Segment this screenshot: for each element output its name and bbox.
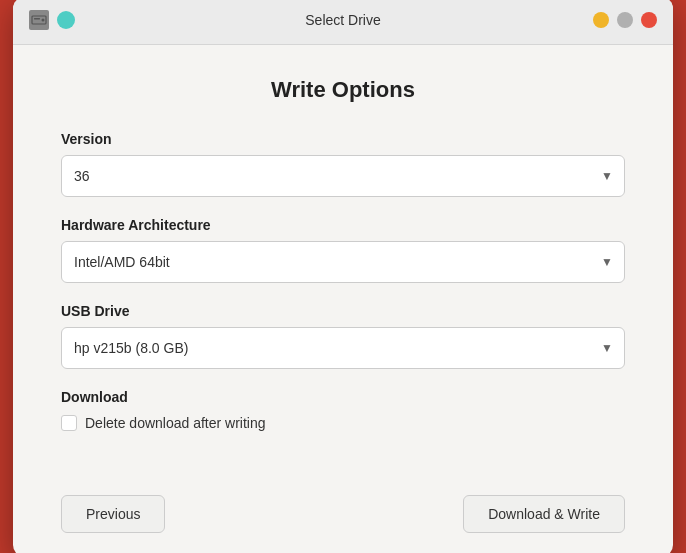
download-label: Download [61, 389, 625, 405]
version-select[interactable]: 36 35 34 33 [61, 155, 625, 197]
usb-select-wrapper: hp v215b (8.0 GB) ▼ [61, 327, 625, 369]
titlebar: Select Drive [13, 0, 673, 45]
close-button[interactable] [641, 12, 657, 28]
delete-checkbox[interactable] [61, 415, 77, 431]
version-select-wrapper: 36 35 34 33 ▼ [61, 155, 625, 197]
minimize-button[interactable] [593, 12, 609, 28]
window-title: Select Drive [305, 12, 380, 28]
download-section: Download Delete download after writing [61, 389, 625, 431]
version-field-group: Version 36 35 34 33 ▼ [61, 131, 625, 197]
svg-point-2 [42, 19, 45, 22]
usb-select[interactable]: hp v215b (8.0 GB) [61, 327, 625, 369]
usb-label: USB Drive [61, 303, 625, 319]
content-area: Write Options Version 36 35 34 33 ▼ Hard… [13, 45, 673, 479]
page-title: Write Options [61, 77, 625, 103]
svg-rect-1 [34, 18, 40, 20]
download-write-button[interactable]: Download & Write [463, 495, 625, 533]
usb-field-group: USB Drive hp v215b (8.0 GB) ▼ [61, 303, 625, 369]
version-label: Version [61, 131, 625, 147]
hardware-select-wrapper: Intel/AMD 64bit ARM 64bit ARM 32bit ▼ [61, 241, 625, 283]
window-controls [593, 12, 657, 28]
titlebar-icons [29, 10, 75, 30]
media-drive-icon [29, 10, 49, 30]
hardware-select[interactable]: Intel/AMD 64bit ARM 64bit ARM 32bit [61, 241, 625, 283]
hardware-label: Hardware Architecture [61, 217, 625, 233]
maximize-button[interactable] [617, 12, 633, 28]
delete-checkbox-label: Delete download after writing [85, 415, 266, 431]
delete-checkbox-row: Delete download after writing [61, 415, 625, 431]
main-window: Select Drive Write Options Version 36 35… [13, 0, 673, 553]
footer: Previous Download & Write [13, 479, 673, 554]
hardware-field-group: Hardware Architecture Intel/AMD 64bit AR… [61, 217, 625, 283]
teal-indicator-dot [57, 11, 75, 29]
previous-button[interactable]: Previous [61, 495, 165, 533]
